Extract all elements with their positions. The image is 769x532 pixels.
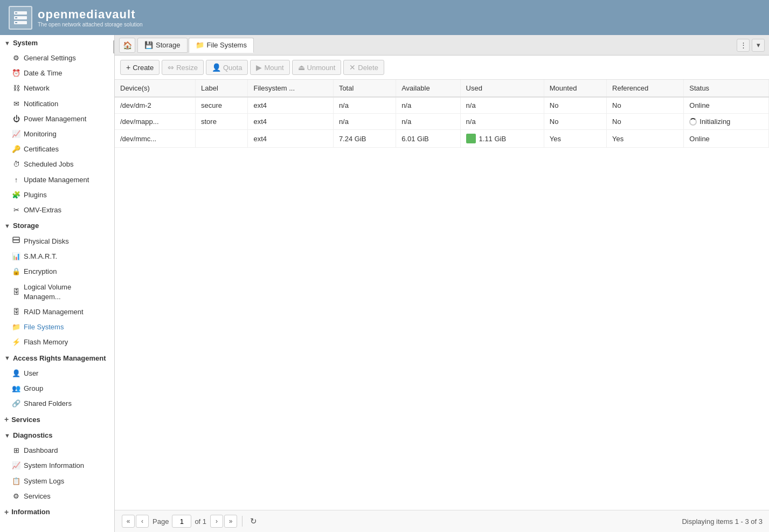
sidebar-item-raid[interactable]: 🗄 RAID Management — [0, 305, 114, 320]
sidebar-item-general-settings[interactable]: ⚙ General Settings — [0, 51, 114, 66]
sidebar-item-physical-disks[interactable]: Physical Disks — [0, 233, 114, 249]
sidebar-item-certificates[interactable]: 🔑 Certificates — [0, 142, 114, 157]
col-filesystem: Filesystem ... — [248, 80, 333, 97]
sidebar-section-information[interactable]: + Information — [0, 504, 114, 520]
tab-bar: 🏠 💾 Storage 📁 File Systems ⋮ ▾ — [115, 35, 769, 56]
unmount-button[interactable]: ⏏ Unmount — [292, 60, 342, 75]
sidebar-item-date-time[interactable]: ⏰ Date & Time — [0, 66, 114, 81]
sidebar-item-group[interactable]: 👥 Group — [0, 381, 114, 396]
sidebar-item-system-logs[interactable]: 📋 System Logs — [0, 474, 114, 489]
sidebar-item-omv-extras[interactable]: ✂ OMV-Extras — [0, 203, 114, 218]
table-row[interactable]: /dev/mapp... store ext4 n/a n/a n/a No N… — [115, 114, 769, 130]
table-container: Device(s) Label Filesystem ... Total Ava… — [115, 80, 769, 510]
create-button[interactable]: + Create — [120, 60, 160, 75]
sidebar-label: Power Management — [24, 114, 86, 124]
cell-referenced: Yes — [607, 130, 684, 148]
schedule-icon: ⏱ — [12, 160, 20, 169]
sidebar-label: OMV-Extras — [24, 205, 61, 215]
quota-label: Quota — [223, 64, 242, 72]
sidebar-item-scheduled-jobs[interactable]: ⏱ Scheduled Jobs — [0, 157, 114, 172]
resize-button[interactable]: ⇔ Resize — [162, 60, 204, 75]
sidebar-item-notification[interactable]: ✉ Notification — [0, 96, 114, 112]
logo-text: openmediavault The open network attached… — [38, 8, 143, 27]
chart-icon: 📈 — [12, 129, 20, 139]
arm-section-label: Access Rights Management — [13, 354, 106, 362]
sidebar-label: Certificates — [24, 144, 59, 154]
sidebar-item-filesystems[interactable]: 📁 File Systems — [0, 320, 114, 335]
sidebar-item-update-management[interactable]: ↑ Update Management — [0, 172, 114, 188]
more-options-button[interactable]: ⋮ — [737, 39, 750, 52]
sidebar-label: Monitoring — [24, 129, 57, 139]
sidebar-item-smart[interactable]: 📊 S.M.A.R.T. — [0, 249, 114, 264]
col-label: Label — [195, 80, 247, 97]
plus-icon: + — [4, 508, 9, 516]
certificate-icon: 🔑 — [12, 144, 20, 154]
lock-icon: 🔒 — [12, 267, 20, 277]
filesystems-table: Device(s) Label Filesystem ... Total Ava… — [115, 80, 769, 148]
sidebar-item-plugins[interactable]: 🧩 Plugins — [0, 188, 114, 203]
cell-status: Online — [684, 97, 769, 114]
sidebar-label: Physical Disks — [24, 237, 69, 246]
col-mounted: Mounted — [544, 80, 606, 97]
prev-page-button[interactable]: ‹ — [136, 515, 149, 528]
sidebar-label: User — [24, 369, 38, 378]
sidebar-collapse-button[interactable]: ‹ — [113, 40, 115, 53]
system-section-label: System — [13, 39, 38, 47]
sidebar-section-diagnostics[interactable]: ▼ Diagnostics — [0, 427, 114, 443]
create-label: Create — [133, 64, 154, 72]
sidebar-label: Plugins — [24, 190, 47, 200]
last-page-button[interactable]: » — [224, 515, 237, 528]
pagination-info: Displaying items 1 - 3 of 3 — [682, 517, 763, 526]
sidebar-item-shared-folders[interactable]: 🔗 Shared Folders — [0, 396, 114, 411]
mount-button[interactable]: ▶ Mount — [250, 60, 289, 75]
clock-icon: ⏰ — [12, 68, 20, 78]
delete-button[interactable]: ✕ Delete — [343, 60, 384, 75]
sidebar-label: Notification — [24, 99, 58, 109]
sidebar-item-monitoring[interactable]: 📈 Monitoring — [0, 127, 114, 142]
tab-storage[interactable]: 💾 Storage — [137, 38, 188, 53]
sidebar-item-power-management[interactable]: ⏻ Power Management — [0, 112, 114, 127]
unmount-label: Unmount — [307, 64, 336, 72]
sidebar-item-system-information[interactable]: 📈 System Information — [0, 458, 114, 473]
sidebar-item-services-diag[interactable]: ⚙ Services — [0, 489, 114, 504]
sidebar-item-flash-memory[interactable]: ⚡ Flash Memory — [0, 335, 114, 350]
sidebar-label: Date & Time — [24, 68, 63, 78]
sidebar-section-services[interactable]: + Services — [0, 411, 114, 427]
page-number-input[interactable] — [172, 515, 191, 528]
sidebar-item-network[interactable]: ⛓ Network — [0, 81, 114, 96]
cell-mounted: No — [544, 97, 606, 114]
sidebar-label: RAID Management — [24, 307, 84, 317]
sidebar-label: Flash Memory — [24, 337, 68, 347]
folder-icon: 📁 — [12, 322, 20, 332]
sidebar-section-storage[interactable]: ▼ Storage — [0, 218, 114, 233]
content-panel: + Create ⇔ Resize 👤 Quota ▶ Mount ⏏ U — [115, 56, 769, 532]
sidebar-label: S.M.A.R.T. — [24, 252, 57, 261]
cell-available: n/a — [396, 97, 460, 114]
first-page-button[interactable]: « — [122, 515, 135, 528]
next-page-button[interactable]: › — [210, 515, 223, 528]
sidebar-item-lvm[interactable]: 🗄 Logical Volume Managem... — [0, 280, 114, 305]
resize-label: Resize — [176, 64, 198, 72]
sidebar-item-encryption[interactable]: 🔒 Encryption — [0, 264, 114, 279]
create-icon: + — [126, 63, 130, 72]
col-devices: Device(s) — [115, 80, 195, 97]
table-row[interactable]: /dev/dm-2 secure ext4 n/a n/a n/a No No … — [115, 97, 769, 114]
sidebar-section-arm[interactable]: ▼ Access Rights Management — [0, 350, 114, 366]
app-title: openmediavault — [38, 8, 143, 22]
tab-filesystems[interactable]: 📁 File Systems — [189, 38, 254, 53]
cell-available: n/a — [396, 114, 460, 130]
table-row[interactable]: /dev/mmc... ext4 7.24 GiB 6.01 GiB 1.11 … — [115, 130, 769, 148]
sidebar-label: Shared Folders — [24, 399, 72, 409]
quota-button[interactable]: 👤 Quota — [206, 60, 248, 75]
svg-rect-4 — [15, 17, 17, 18]
power-icon: ⏻ — [12, 114, 20, 124]
dropdown-button[interactable]: ▾ — [752, 39, 765, 52]
sidebar-section-system[interactable]: ▼ System — [0, 35, 114, 51]
home-tab[interactable]: 🏠 — [119, 38, 135, 53]
delete-label: Delete — [358, 64, 378, 72]
sidebar-item-user[interactable]: 👤 User — [0, 366, 114, 381]
cell-mounted: No — [544, 114, 606, 130]
refresh-button[interactable]: ↻ — [247, 515, 260, 528]
sidebar-item-dashboard[interactable]: ⊞ Dashboard — [0, 443, 114, 458]
toolbar: + Create ⇔ Resize 👤 Quota ▶ Mount ⏏ U — [115, 56, 769, 80]
